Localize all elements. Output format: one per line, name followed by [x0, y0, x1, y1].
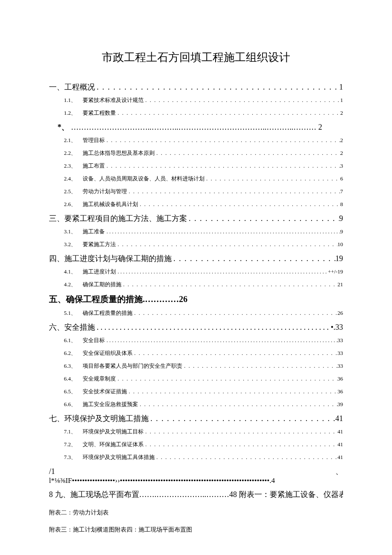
- toc-label: 要紧施工方法: [83, 241, 116, 248]
- toc-num: 2.4、: [64, 175, 78, 183]
- toc-item-6-3: 6.3、 项目部各要紧人员与部门的安全生产职责 . . . . . . . . …: [64, 362, 343, 370]
- toc-section-6: 六、 安全措施 . . . . . . . . . . . . . . . . …: [49, 322, 343, 332]
- toc-num: 6.1、: [64, 337, 78, 344]
- toc-star-dots: …………………………..………..……………………………..………..………: [71, 123, 317, 131]
- toc-leader: . . . . . . . . . . . . . . . . . . . . …: [144, 441, 337, 448]
- toc-label: 要紧工程项目的施工方法、施工方案: [64, 213, 187, 224]
- toc-num: 6.5、: [64, 388, 78, 395]
- toc-page: ++/-19: [328, 268, 343, 275]
- document-page: 市政工程土石方回填工程施工组织设计 一、 工程概况 . . . . . . . …: [0, 0, 392, 555]
- toc-num: 2.1、: [64, 137, 78, 144]
- toc-leader: . . . . . . . . . . . . . . . . . . . . …: [205, 175, 340, 182]
- toc-leader: . . . . . . . . . . . . . . . . . . . . …: [116, 241, 337, 248]
- toc-item-2-4: 2.4、 设备、人员动员周期及设备、人员、材料进场计划 . . . . . . …: [64, 175, 343, 183]
- toc-num: 四、: [49, 253, 64, 264]
- toc-num: 4.1、: [64, 268, 78, 276]
- toc-num: 七、: [49, 413, 64, 424]
- toc-num: 六、: [49, 322, 64, 332]
- toc-slash-line: /1 、: [49, 466, 343, 477]
- toc-leader: . . . . . . . . . . . . . . . . . . . . …: [116, 110, 340, 116]
- toc-leader: . . . . . . . . . . . . . . . . . . . . …: [138, 201, 340, 208]
- toc-item-6-1: 6.1、 安全目标 . . . . . . . . . . . . . . . …: [64, 337, 343, 344]
- toc-section-2-garbled: *、 …………………………..………..……………………………..………..………: [58, 122, 343, 132]
- toc-label: 施工总体指导思想及基本原则: [83, 149, 155, 157]
- toc-label: 劳动力计划与管理: [83, 188, 127, 195]
- toc-label: 施工安全应急救援预案: [83, 401, 138, 408]
- toc-num: 2.2、: [64, 149, 78, 157]
- toc-leader: . . . . . . . . . . . . . . . . . . . . …: [116, 375, 337, 382]
- appendix-2: 附表二：劳动力计划表: [49, 509, 343, 517]
- toc-section-8-9: 8 九、施工现场总平面布置…….………………..………48 附表一：要紧施工设备…: [49, 489, 343, 500]
- toc-label: 要紧技术标准及设计规范: [83, 96, 144, 104]
- toc-leader: . . . . . . . . . . . . . . . . . . . . …: [144, 428, 337, 435]
- toc-label: 施工机械设备机具计划: [83, 200, 138, 208]
- toc-leader: . . . . . . . . . . . . . . . . . . . . …: [95, 83, 339, 92]
- toc-page: 36: [337, 375, 343, 382]
- toc-garbled-line: l*⅛⅜IF•••••••••••••••••››•••••••••••••••…: [49, 477, 343, 485]
- toc-leader: . . . . . . . . . . . . . . . . . . . . …: [149, 414, 335, 423]
- toc-page: •.33: [331, 323, 343, 332]
- toc-label: 文明、环保施工保证体系: [83, 441, 144, 448]
- toc-label: 安全技术保证措施: [83, 388, 127, 395]
- toc-page: 1: [339, 83, 343, 92]
- toc-leader: . . . . . . . . . . . . . . . . . . . . …: [127, 188, 340, 195]
- toc-page: 21: [337, 281, 343, 288]
- slash-left: /1: [49, 467, 55, 476]
- appendix-3-4: 附表三：施工计划横道图附表四：施工现场平面布置图: [49, 526, 343, 534]
- toc-leader: . . . . . . . . . . . . . . . . . . . . …: [133, 310, 337, 317]
- toc-item-2-2: 2.2、 施工总体指导思想及基本原则 . . . . . . . . . . .…: [64, 149, 343, 157]
- toc-label: 施工准备: [83, 228, 105, 235]
- toc-page: 41: [337, 428, 343, 435]
- toc-leader: . . . . . . . . . . . . . . . . . . . . …: [116, 268, 328, 275]
- toc-num: 7.3、: [64, 453, 78, 461]
- toc-page: 7: [340, 188, 343, 195]
- toc-num: 1.1、: [64, 96, 78, 104]
- toc-num: 三、: [49, 213, 64, 224]
- toc-item-2-5: 2.5、 劳动力计划与管理 . . . . . . . . . . . . . …: [64, 188, 343, 195]
- toc-page: 19: [335, 254, 343, 263]
- toc-leader: . . . . . . . . . . . . . . . . . . . . …: [133, 350, 337, 357]
- toc-leader: . . . . . . . . . . . . . . . . . . . . …: [187, 214, 339, 223]
- toc-page: 2: [340, 110, 343, 116]
- toc-num: 7.2、: [64, 441, 78, 448]
- toc-page: 6: [340, 175, 343, 182]
- toc-num: 3.1、: [64, 228, 78, 235]
- slash-right: 、: [335, 466, 343, 477]
- toc-section-4: 四、 施工进度计划与确保工期的措施 . . . . . . . . . . . …: [49, 253, 343, 264]
- toc-item-7-1: 7.1、 环境保护及文明施工目标 . . . . . . . . . . . .…: [64, 428, 343, 436]
- toc-leader: . . . . . . . . . . . . . . . . . . . . …: [182, 363, 337, 369]
- toc-label: 工程概况: [64, 82, 95, 92]
- toc-page: 2: [340, 150, 343, 157]
- toc-item-1-2: 1.2、 要紧工程数量 . . . . . . . . . . . . . . …: [64, 109, 343, 117]
- toc-num: 1.2、: [64, 109, 78, 117]
- toc-num: 2.6、: [64, 200, 78, 208]
- toc-leader: . . . . . . . . . . . . . . . . . . . . …: [105, 337, 337, 344]
- toc-label: 环境保护及文明施工具体措施: [83, 453, 155, 461]
- toc-item-2-1: 2.1、 管理目标 . . . . . . . . . . . . . . . …: [64, 137, 343, 144]
- toc-item-4-2: 4.2、 确保工期的措施 . . . . . . . . . . . . . .…: [64, 281, 343, 288]
- toc-label: 施工布置: [83, 162, 105, 170]
- toc-page: 33: [337, 363, 343, 369]
- toc-leader: . . . . . . . . . . . . . . . . . . . . …: [138, 401, 337, 408]
- toc-item-3-2: 3.2、 要紧施工方法 . . . . . . . . . . . . . . …: [64, 241, 343, 248]
- toc-label: 环境保护及文明施工措施: [64, 413, 149, 424]
- toc-page: 26: [337, 310, 343, 317]
- toc-page: 33: [337, 350, 343, 357]
- toc-section-1: 一、 工程概况 . . . . . . . . . . . . . . . . …: [49, 82, 343, 92]
- toc-num: 6.3、: [64, 362, 78, 370]
- toc-item-4-1: 4.1、 施工进度计划 . . . . . . . . . . . . . . …: [64, 268, 343, 276]
- toc-leader: . . . . . . . . . . . . . . . . . . . . …: [172, 254, 335, 263]
- toc-leader: . . . . . . . . . . . . . . . . . . . . …: [121, 281, 337, 288]
- toc-num: 2.3、: [64, 162, 78, 170]
- toc-item-6-4: 6.4、 安全规章制度 . . . . . . . . . . . . . . …: [64, 375, 343, 383]
- toc-page: 10: [337, 241, 343, 248]
- toc-section-7: 七、 环境保护及文明施工措施 . . . . . . . . . . . . .…: [49, 413, 343, 424]
- toc-page: 36: [337, 388, 343, 395]
- toc-item-6-2: 6.2、 安全保证组织及体系 . . . . . . . . . . . . .…: [64, 349, 343, 357]
- toc-num: 4.2、: [64, 281, 78, 288]
- toc-label: 设备、人员动员周期及设备、人员、材料进场计划: [83, 175, 205, 183]
- document-title: 市政工程土石方回填工程施工组织设计: [49, 50, 343, 65]
- toc-num: 7.1、: [64, 428, 78, 436]
- toc-page: 33: [337, 337, 343, 344]
- toc-label: 确保工程质量的措施: [83, 309, 133, 317]
